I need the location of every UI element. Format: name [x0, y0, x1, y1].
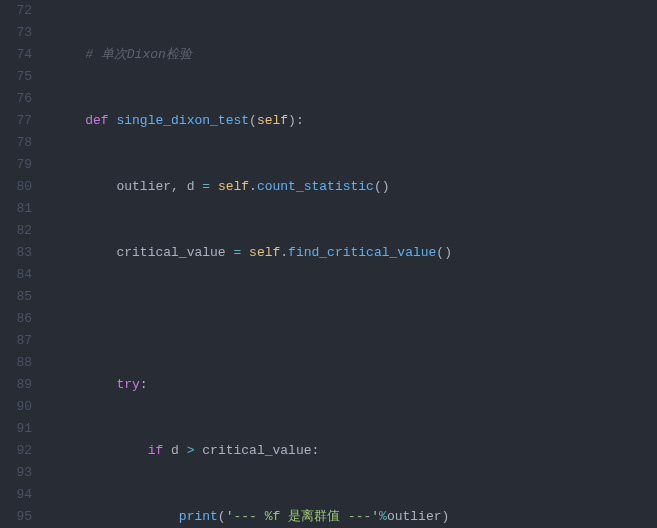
line-number: 79	[0, 154, 32, 176]
kw-def: def	[85, 113, 108, 128]
line-number: 94	[0, 484, 32, 506]
line-number: 74	[0, 44, 32, 66]
line-number: 84	[0, 264, 32, 286]
line-number: 85	[0, 286, 32, 308]
code-area[interactable]: # 单次Dixon检验 def single_dixon_test(self):…	[46, 0, 642, 528]
line-number: 75	[0, 66, 32, 88]
line-number: 78	[0, 132, 32, 154]
code-line[interactable]	[54, 308, 642, 330]
code-line[interactable]: print('--- %f 是离群值 ---'%outlier)	[54, 506, 642, 528]
line-number: 88	[0, 352, 32, 374]
line-number: 83	[0, 242, 32, 264]
code-line[interactable]: # 单次Dixon检验	[54, 44, 642, 66]
line-number-gutter: 72 73 74 75 76 77 78 79 80 81 82 83 84 8…	[0, 0, 46, 528]
method-call: find_critical_value	[288, 245, 436, 260]
code-line[interactable]: def single_dixon_test(self):	[54, 110, 642, 132]
line-number: 72	[0, 0, 32, 22]
line-number: 87	[0, 330, 32, 352]
line-number: 95	[0, 506, 32, 528]
line-number: 86	[0, 308, 32, 330]
code-line[interactable]: outlier, d = self.count_statistic()	[54, 176, 642, 198]
method-call: count_statistic	[257, 179, 374, 194]
line-number: 76	[0, 88, 32, 110]
function-name: single_dixon_test	[116, 113, 249, 128]
comment: # 单次Dixon检验	[85, 47, 192, 62]
line-number: 90	[0, 396, 32, 418]
self-param: self	[257, 113, 288, 128]
code-line[interactable]: critical_value = self.find_critical_valu…	[54, 242, 642, 264]
string-literal: '--- %f 是离群值 ---'	[226, 509, 379, 524]
line-number: 89	[0, 374, 32, 396]
code-line[interactable]: try:	[54, 374, 642, 396]
kw-if: if	[148, 443, 164, 458]
code-editor[interactable]: 72 73 74 75 76 77 78 79 80 81 82 83 84 8…	[0, 0, 657, 528]
line-number: 77	[0, 110, 32, 132]
line-number: 93	[0, 462, 32, 484]
line-number: 73	[0, 22, 32, 44]
code-line[interactable]: if d > critical_value:	[54, 440, 642, 462]
line-number: 91	[0, 418, 32, 440]
line-number: 80	[0, 176, 32, 198]
line-number: 82	[0, 220, 32, 242]
line-number: 81	[0, 198, 32, 220]
print-call: print	[179, 509, 218, 524]
kw-try: try	[116, 377, 139, 392]
line-number: 92	[0, 440, 32, 462]
